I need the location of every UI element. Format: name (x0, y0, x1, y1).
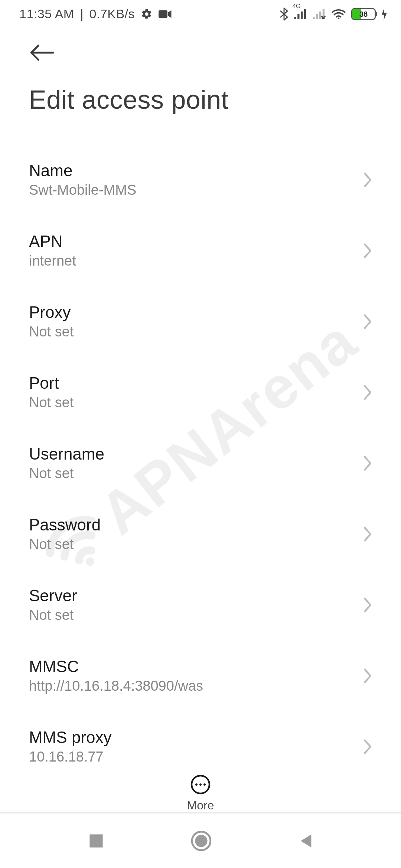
settings-item-server[interactable]: Server Not set (0, 569, 401, 640)
status-bar-right: 4G 38 (279, 7, 388, 21)
item-value: Not set (29, 607, 77, 623)
system-nav-bar (0, 812, 401, 868)
nav-recents-icon[interactable] (88, 833, 104, 849)
item-value: Swt-Mobile-MMS (29, 182, 136, 198)
item-label: Name (29, 161, 136, 180)
chevron-right-icon (362, 739, 372, 755)
item-label: Username (29, 445, 104, 463)
battery-percent-text: 38 (352, 10, 375, 18)
svg-rect-7 (319, 11, 321, 19)
settings-item-username[interactable]: Username Not set (0, 428, 401, 499)
item-value: 10.16.18.77 (29, 749, 111, 765)
signal-nosim-icon (313, 9, 326, 19)
item-value: Not set (29, 324, 74, 340)
more-label[interactable]: More (187, 799, 214, 812)
gear-icon (141, 8, 153, 20)
bottom-action-bar: More (0, 763, 401, 812)
svg-point-13 (199, 783, 202, 786)
settings-item-name[interactable]: Name Swt-Mobile-MMS (0, 144, 401, 215)
wifi-icon (331, 8, 346, 20)
chevron-right-icon (362, 668, 372, 684)
item-value: Not set (29, 536, 101, 552)
chevron-right-icon (362, 526, 372, 542)
page-title: Edit access point (29, 63, 372, 126)
settings-item-mmsc[interactable]: MMSC http://10.16.18.4:38090/was (0, 640, 401, 711)
signal-4g-label: 4G (293, 3, 300, 10)
back-arrow-icon[interactable] (29, 44, 55, 61)
item-value: internet (29, 253, 76, 269)
svg-rect-4 (304, 9, 306, 19)
chevron-right-icon (362, 313, 372, 330)
header: Edit access point (0, 28, 401, 129)
item-label: Port (29, 374, 74, 392)
item-value: Not set (29, 466, 104, 481)
battery-icon: 38 (351, 8, 376, 20)
bluetooth-icon (279, 7, 289, 21)
svg-rect-6 (316, 14, 318, 19)
video-icon (159, 9, 172, 19)
item-label: APN (29, 232, 76, 251)
settings-item-apn[interactable]: APN internet (0, 215, 401, 286)
settings-item-port[interactable]: Port Not set (0, 357, 401, 428)
status-net-speed: 0.7KB/s (89, 7, 135, 21)
settings-list: APNArena Name Swt-Mobile-MMS APN interne… (0, 129, 401, 775)
item-value: http://10.16.18.4:38090/was (29, 678, 203, 694)
item-label: Server (29, 586, 77, 605)
more-icon[interactable] (190, 774, 211, 795)
chevron-right-icon (362, 243, 372, 259)
svg-point-12 (195, 783, 198, 786)
charging-icon (381, 8, 388, 20)
settings-item-password[interactable]: Password Not set (0, 499, 401, 569)
status-time: 11:35 AM (19, 7, 74, 21)
chevron-right-icon (362, 455, 372, 471)
svg-point-9 (338, 17, 340, 19)
svg-rect-3 (301, 11, 303, 19)
nav-home-icon[interactable] (191, 831, 211, 851)
svg-point-14 (203, 783, 206, 786)
status-bar: 11:35 AM | 0.7KB/s 4G 38 (0, 0, 401, 28)
item-label: Proxy (29, 303, 74, 322)
svg-rect-2 (297, 14, 299, 19)
status-bar-left: 11:35 AM | 0.7KB/s (19, 7, 172, 21)
item-value: Not set (29, 395, 74, 411)
svg-rect-5 (313, 17, 315, 19)
svg-rect-0 (159, 10, 167, 18)
chevron-right-icon (362, 172, 372, 188)
svg-rect-15 (89, 834, 102, 847)
svg-point-17 (195, 835, 207, 847)
chevron-right-icon (362, 384, 372, 401)
item-label: MMS proxy (29, 728, 111, 747)
signal-4g-icon: 4G (294, 9, 307, 19)
status-separator: | (80, 7, 84, 21)
item-label: Password (29, 516, 101, 534)
settings-item-proxy[interactable]: Proxy Not set (0, 286, 401, 357)
chevron-right-icon (362, 597, 372, 613)
item-label: MMSC (29, 657, 203, 676)
svg-rect-1 (294, 17, 296, 19)
nav-back-icon[interactable] (298, 833, 313, 849)
